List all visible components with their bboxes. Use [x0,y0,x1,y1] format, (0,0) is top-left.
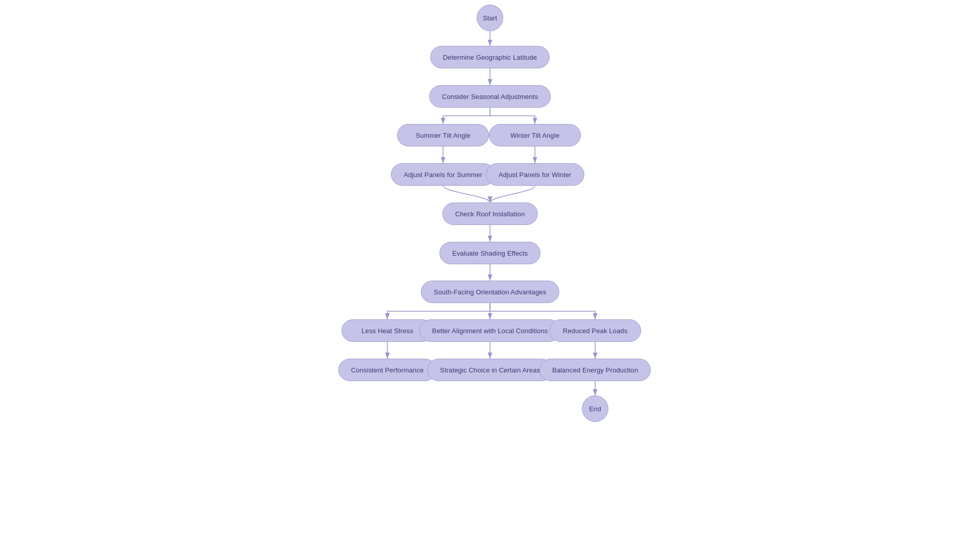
node-adj_summer: Adjust Panels for Summer [391,163,495,186]
node-strategic: Strategic Choice in Certain Areas [427,359,553,381]
node-better_align: Better Alignment with Local Conditions [420,319,561,342]
node-winter_tilt: Winter Tilt Angle [489,124,581,146]
node-summer_tilt: Summer Tilt Angle [397,124,489,146]
node-geo_lat: Determine Geographic Latitude [430,46,550,68]
node-start: Start [477,5,503,31]
node-consistent: Consistent Performance [338,359,436,381]
node-eval_shading: Evaluate Shading Effects [439,242,541,264]
connectors-svg [0,0,980,551]
node-end: End [582,395,608,422]
node-adj_winter: Adjust Panels for Winter [486,163,584,186]
node-balanced: Balanced Energy Production [540,359,651,381]
flowchart-container: StartDetermine Geographic LatitudeConsid… [0,0,980,551]
node-south_facing: South-Facing Orientation Advantages [421,281,559,303]
node-seasonal: Consider Seasonal Adjustments [429,85,551,108]
node-reduced_peak: Reduced Peak Loads [549,319,641,342]
node-check_roof: Check Roof Installation [443,203,538,225]
